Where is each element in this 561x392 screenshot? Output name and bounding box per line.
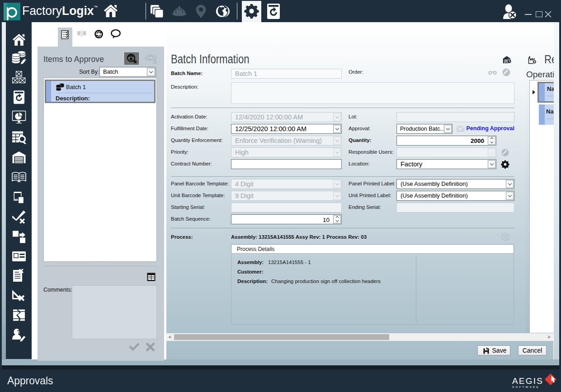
svg-text:?: ? [17,329,20,335]
svg-text:SOFTWARE: SOFTWARE [512,386,540,388]
svg-text:AEGIS: AEGIS [512,376,543,386]
